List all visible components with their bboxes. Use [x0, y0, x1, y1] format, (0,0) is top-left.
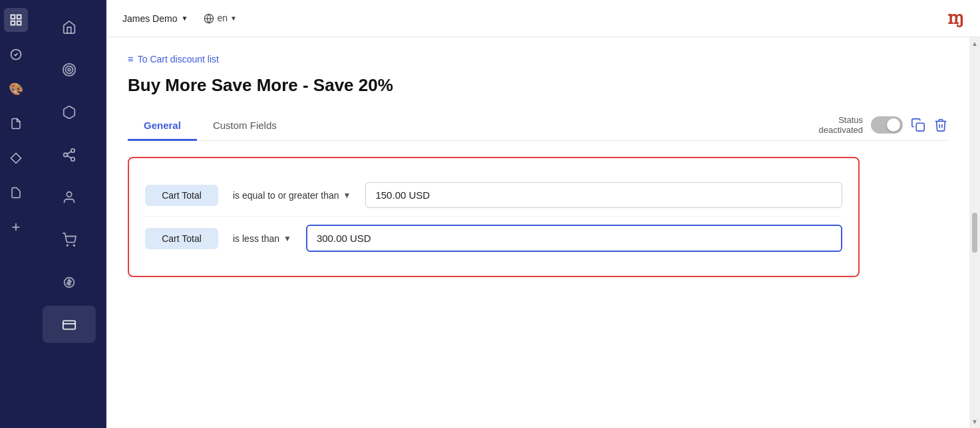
- status-toggle[interactable]: [871, 116, 903, 134]
- condition-section: Cart Total is equal to or greater than ▼…: [128, 157, 860, 277]
- svg-point-15: [67, 245, 68, 246]
- svg-rect-18: [63, 320, 75, 329]
- condition-field-2: Cart Total: [145, 228, 218, 249]
- plus-icon[interactable]: +: [4, 215, 28, 239]
- doc2-icon[interactable]: [4, 181, 28, 205]
- scroll-down-icon[interactable]: ▼: [971, 418, 978, 425]
- target-icon: [62, 61, 77, 77]
- svg-rect-2: [11, 21, 15, 25]
- operator-text-2: is less than: [233, 233, 279, 244]
- narrow-sidebar: 🎨 +: [0, 0, 32, 428]
- lang-menu[interactable]: en ▼: [204, 13, 236, 24]
- condition-operator-1[interactable]: is equal to or greater than ▼: [226, 185, 357, 206]
- logo: ɱ: [947, 8, 964, 29]
- coins-nav[interactable]: [43, 263, 96, 300]
- person-icon: [62, 189, 77, 205]
- svg-point-14: [67, 192, 71, 197]
- globe-icon: [204, 13, 214, 24]
- status-label: Status deactivated: [819, 115, 864, 135]
- lang-chevron-icon: ▼: [230, 15, 237, 22]
- grid-icon[interactable]: [4, 8, 28, 32]
- svg-point-16: [73, 245, 75, 246]
- svg-point-10: [63, 153, 67, 157]
- svg-rect-22: [916, 124, 924, 132]
- tab-custom-fields[interactable]: Custom Fields: [197, 112, 293, 141]
- card-icon: [62, 316, 77, 332]
- coins-icon: [62, 274, 77, 290]
- user-name: James Demo: [122, 13, 177, 24]
- svg-rect-0: [11, 15, 15, 19]
- cart-icon: [62, 231, 77, 247]
- svg-marker-5: [11, 154, 21, 163]
- svg-point-8: [68, 68, 71, 71]
- palette-icon[interactable]: 🎨: [4, 77, 28, 101]
- condition-field-1: Cart Total: [145, 185, 218, 206]
- tabs: General Custom Fields: [128, 112, 819, 140]
- condition-value-2[interactable]: [306, 225, 842, 252]
- scroll-up-icon[interactable]: ▲: [971, 40, 978, 47]
- lang-label: en: [217, 13, 228, 23]
- tab-status-row: General Custom Fields Status deactivated: [128, 112, 948, 141]
- operator-text-1: is equal to or greater than: [233, 190, 339, 201]
- svg-line-13: [67, 152, 71, 154]
- user-chevron-icon: ▼: [181, 15, 188, 22]
- cube-icon: [62, 104, 77, 120]
- document-icon[interactable]: [4, 112, 28, 136]
- topbar: James Demo ▼ en ▼ ɱ: [106, 0, 980, 37]
- breadcrumb-label: To Cart discount list: [138, 54, 219, 64]
- copy-icon[interactable]: [911, 117, 925, 133]
- svg-rect-1: [17, 15, 21, 19]
- condition-row-1: Cart Total is equal to or greater than ▼: [145, 174, 842, 216]
- page-body: ≡ To Cart discount list Buy More Save Mo…: [106, 37, 969, 428]
- user-menu[interactable]: James Demo ▼: [122, 13, 188, 24]
- scrollbar: ▲ ▼: [969, 37, 980, 428]
- status-area: Status deactivated: [819, 115, 949, 138]
- cart-nav[interactable]: [43, 221, 96, 258]
- card-nav[interactable]: [43, 306, 96, 343]
- home-icon: [62, 19, 77, 35]
- svg-point-9: [71, 149, 75, 153]
- condition-operator-2[interactable]: is less than ▼: [226, 228, 298, 249]
- svg-rect-3: [17, 21, 21, 25]
- svg-line-12: [67, 156, 71, 158]
- svg-point-7: [65, 66, 73, 73]
- svg-point-11: [71, 158, 75, 161]
- action-icons: [911, 117, 948, 133]
- operator-chevron-2: ▼: [283, 234, 291, 243]
- diamond-icon[interactable]: [4, 146, 28, 170]
- home-nav[interactable]: [43, 8, 96, 45]
- delete-icon[interactable]: [933, 117, 948, 133]
- breadcrumb[interactable]: ≡ To Cart discount list: [128, 53, 948, 64]
- target-nav[interactable]: [43, 51, 96, 88]
- content-area: ≡ To Cart discount list Buy More Save Mo…: [106, 37, 980, 428]
- badge-icon[interactable]: [4, 43, 28, 66]
- tab-general[interactable]: General: [128, 112, 197, 141]
- scroll-thumb[interactable]: [972, 213, 977, 253]
- condition-value-1[interactable]: [365, 182, 842, 208]
- page-title: Buy More Save More - Save 20%: [128, 75, 948, 96]
- operator-chevron-1: ▼: [343, 191, 351, 200]
- condition-row-2: Cart Total is less than ▼: [145, 216, 842, 260]
- person-nav[interactable]: [43, 178, 96, 215]
- flow-icon: [62, 146, 77, 162]
- main-sidebar: [32, 0, 106, 428]
- breadcrumb-list-icon: ≡: [128, 53, 134, 64]
- cube-nav[interactable]: [43, 93, 96, 130]
- main-content: James Demo ▼ en ▼ ɱ ≡ To Cart discount l…: [106, 0, 980, 428]
- flow-nav[interactable]: [43, 136, 96, 173]
